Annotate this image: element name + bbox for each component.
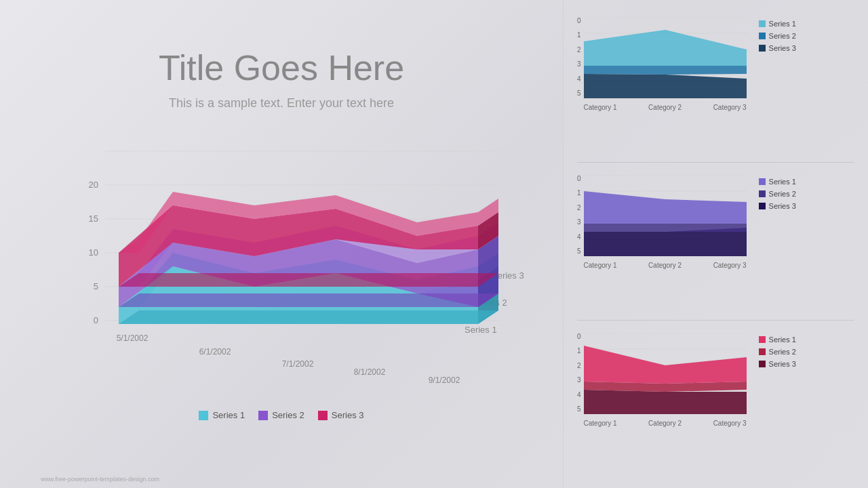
main-chart-legend: Series 1 Series 2 Series 3 — [37, 410, 526, 420]
small-legend-purple-s3: Series 3 — [759, 202, 796, 210]
x-cat2-pink: Category 2 — [648, 420, 682, 427]
legend-series1: Series 1 — [199, 410, 245, 420]
x-cat1-pink: Category 1 — [584, 420, 617, 427]
svg-text:Series 1: Series 1 — [465, 325, 497, 335]
y5-teal: 5 — [577, 89, 581, 97]
svg-rect-68 — [759, 348, 766, 355]
y0-pink: 0 — [577, 333, 581, 340]
x-cat1-purple: Category 1 — [584, 262, 617, 269]
svg-rect-33 — [318, 411, 328, 420]
x-cat2-teal: Category 2 — [648, 104, 682, 111]
small-legend-pink: Series 1 Series 2 Series 3 — [759, 336, 796, 368]
y1-pink: 1 — [577, 347, 581, 354]
main-chart: 0 5 10 15 20 5/1/2002 6/1/2002 7/1/2002 … — [37, 131, 526, 415]
y1-teal: 1 — [577, 31, 581, 39]
main-title: Title Goes Here — [159, 47, 404, 88]
svg-text:6/1/2002: 6/1/2002 — [199, 347, 231, 357]
y4-pink: 4 — [577, 391, 581, 399]
svg-marker-53 — [584, 224, 747, 232]
small-legend-purple-s1: Series 1 — [759, 178, 796, 186]
legend-series3-label: Series 3 — [332, 410, 364, 420]
small-legend-purple-s2: Series 2 — [759, 190, 796, 198]
svg-marker-66 — [584, 346, 747, 384]
small-chart-pink: 5 4 3 2 1 0 — [577, 326, 854, 478]
small-legend-teal-s1: Series 1 — [759, 20, 796, 28]
small-legend-teal-s3: Series 3 — [759, 44, 796, 52]
x-axis-pink: Category 1 Category 2 Category 3 — [584, 420, 747, 427]
main-subtitle: This is a sample text. Enter your text h… — [169, 96, 394, 110]
legend-series2: Series 2 — [258, 410, 304, 420]
small-legend-teal-s2: Series 2 — [759, 32, 796, 40]
y2-purple: 2 — [577, 204, 581, 211]
svg-marker-64 — [584, 390, 747, 414]
legend-series1-label: Series 1 — [212, 410, 245, 420]
svg-marker-41 — [584, 66, 747, 75]
svg-text:5/1/2002: 5/1/2002 — [117, 333, 149, 343]
svg-text:8/1/2002: 8/1/2002 — [354, 367, 386, 377]
small-legend-purple-s3-label: Series 3 — [769, 202, 796, 210]
svg-text:9/1/2002: 9/1/2002 — [429, 375, 460, 385]
small-legend-pink-s3: Series 3 — [759, 360, 796, 368]
legend-series1-icon — [199, 411, 208, 420]
svg-rect-55 — [759, 178, 766, 185]
small-legend-pink-s2: Series 2 — [759, 348, 796, 356]
x-axis-teal: Category 1 Category 2 Category 3 — [584, 104, 747, 111]
svg-text:7/1/2002: 7/1/2002 — [282, 359, 314, 369]
y4-teal: 4 — [577, 75, 581, 83]
y-axis-teal: 5 4 3 2 1 0 — [577, 17, 581, 98]
small-legend-purple-s2-label: Series 2 — [769, 190, 796, 198]
watermark: www.free-powerpoint-templates-design.com — [41, 476, 159, 483]
small-chart-teal: 5 4 3 2 1 0 — [577, 10, 854, 163]
svg-marker-40 — [584, 74, 747, 98]
y3-pink: 3 — [577, 376, 581, 384]
small-legend-pink-s2-label: Series 2 — [769, 348, 796, 356]
y-axis-pink: 5 4 3 2 1 0 — [577, 333, 581, 414]
svg-rect-67 — [759, 336, 766, 343]
small-chart-purple-svg — [584, 175, 747, 256]
y4-purple: 4 — [577, 233, 581, 241]
y3-purple: 3 — [577, 218, 581, 226]
svg-text:15: 15 — [89, 214, 98, 224]
y2-pink: 2 — [577, 362, 581, 369]
svg-marker-52 — [584, 228, 747, 256]
svg-marker-21 — [119, 310, 498, 324]
svg-rect-56 — [759, 190, 766, 197]
right-panel: 5 4 3 2 1 0 — [563, 0, 868, 488]
x-cat1-teal: Category 1 — [584, 104, 617, 111]
y1-purple: 1 — [577, 189, 581, 197]
small-legend-pink-s3-label: Series 3 — [769, 360, 796, 368]
small-chart-teal-svg — [584, 17, 747, 98]
svg-rect-32 — [258, 411, 268, 420]
y0-purple: 0 — [577, 175, 581, 182]
small-chart-pink-svg — [584, 333, 747, 414]
y5-pink: 5 — [577, 405, 581, 413]
svg-rect-57 — [759, 203, 766, 209]
svg-marker-54 — [584, 191, 747, 224]
svg-text:10: 10 — [89, 247, 98, 258]
main-chart-svg: 0 5 10 15 20 5/1/2002 6/1/2002 7/1/2002 … — [37, 131, 526, 402]
small-legend-pink-s1-label: Series 1 — [769, 336, 796, 344]
y-axis-purple: 5 4 3 2 1 0 — [577, 175, 581, 256]
small-legend-teal: Series 1 Series 2 Series 3 — [759, 20, 796, 52]
svg-marker-42 — [584, 30, 747, 66]
svg-marker-29 — [119, 273, 498, 287]
y3-teal: 3 — [577, 60, 581, 68]
legend-series2-icon — [258, 411, 268, 420]
y0-teal: 0 — [577, 17, 581, 24]
y2-teal: 2 — [577, 46, 581, 54]
svg-rect-43 — [759, 20, 766, 27]
legend-series3: Series 3 — [318, 410, 364, 420]
small-legend-pink-s1: Series 1 — [759, 336, 796, 344]
small-legend-teal-s3-label: Series 3 — [769, 44, 796, 52]
x-cat3-teal: Category 3 — [713, 104, 747, 111]
x-cat3-purple: Category 3 — [713, 262, 747, 269]
x-cat3-pink: Category 3 — [713, 420, 747, 427]
legend-series3-icon — [318, 411, 328, 420]
small-legend-teal-s1-label: Series 1 — [769, 20, 796, 28]
small-legend-teal-s2-label: Series 2 — [769, 32, 796, 40]
svg-text:5: 5 — [94, 281, 98, 291]
svg-text:20: 20 — [89, 180, 98, 190]
legend-series2-label: Series 2 — [272, 410, 304, 420]
svg-text:0: 0 — [94, 315, 98, 325]
svg-rect-45 — [759, 45, 766, 52]
